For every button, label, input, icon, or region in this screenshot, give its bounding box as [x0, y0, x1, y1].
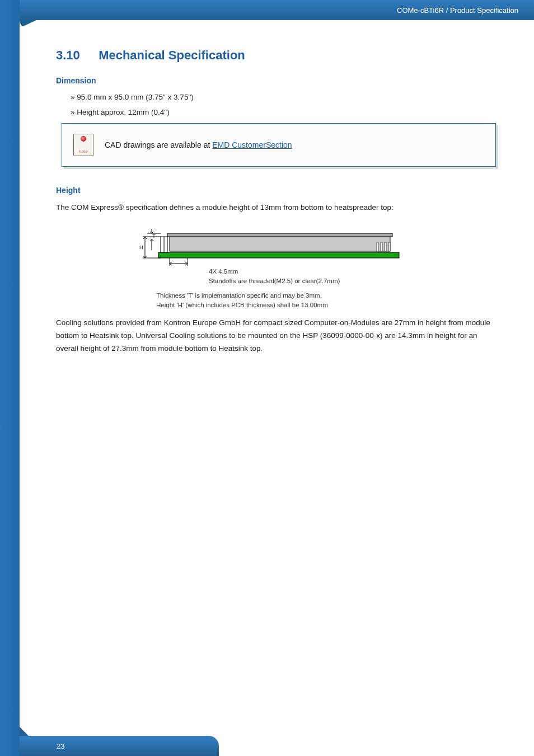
note-text-prefix: CAD drawings are available at [105, 140, 212, 149]
footer-bar: 23 [20, 736, 210, 756]
header-corner-decor [20, 20, 36, 28]
cooling-paragraph: Cooling solutions provided from Kontron … [56, 317, 496, 355]
note-callout: CAD drawings are available at EMD Custom… [62, 123, 496, 167]
note-sticky-icon [73, 134, 93, 156]
footer-corner-decor [20, 727, 29, 736]
diagram-footnote: Thickness 'T' is implemantation specific… [156, 291, 416, 309]
dimension-list: » 95.0 mm x 95.0 mm (3.75" x 3.75") » He… [71, 93, 496, 116]
subheading-height: Height [56, 186, 496, 195]
svg-rect-3 [377, 242, 378, 251]
svg-rect-2 [167, 233, 392, 237]
header-bar: COMe-cBTi6R / Product Specification [20, 0, 534, 20]
page-number: 23 [57, 742, 64, 750]
height-diagram: T H 4X 4.5mm Standoffs are threaded(M2.5… [136, 226, 416, 310]
svg-rect-0 [158, 252, 399, 258]
section-heading: 3.10 Mechanical Specification [56, 48, 496, 63]
subheading-dimension: Dimension [56, 76, 496, 85]
dimension-bullet: » Height approx. 12mm (0.4") [71, 108, 496, 116]
diagram-dim-label: 4X 4.5mm Standoffs are threaded(M2.5) or… [209, 267, 416, 285]
height-intro: The COM Express® specification defines a… [56, 201, 496, 214]
svg-rect-1 [170, 237, 390, 251]
diagram-label-T: T [152, 233, 156, 239]
svg-rect-6 [388, 242, 390, 251]
note-text: CAD drawings are available at EMD Custom… [105, 140, 292, 149]
svg-rect-4 [381, 242, 382, 251]
dimension-bullet: » 95.0 mm x 95.0 mm (3.75" x 3.75") [71, 93, 496, 101]
section-number: 3.10 [56, 48, 95, 63]
left-blue-sidebar [0, 0, 20, 756]
svg-rect-5 [385, 242, 386, 251]
section-title: Mechanical Specification [99, 48, 245, 62]
note-box: CAD drawings are available at EMD Custom… [62, 123, 496, 167]
breadcrumb: COMe-cBTi6R / Product Specification [397, 6, 518, 15]
page-content: 3.10 Mechanical Specification Dimension … [56, 48, 496, 355]
diagram-label-H: H [139, 245, 143, 250]
note-link[interactable]: EMD CustomerSection [212, 140, 292, 149]
